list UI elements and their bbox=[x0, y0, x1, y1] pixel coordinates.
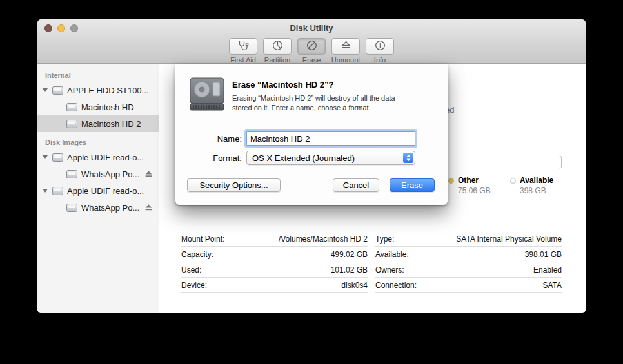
erase-button-bezel[interactable] bbox=[297, 38, 326, 55]
info-row-device: Device: disk0s4 bbox=[181, 277, 368, 293]
info-label: Mount Point: bbox=[181, 235, 224, 244]
info-value: Enabled bbox=[533, 265, 562, 274]
zoom-button[interactable] bbox=[70, 24, 78, 32]
info-value: 398.01 GB bbox=[525, 250, 562, 259]
info-label: Info bbox=[374, 56, 386, 64]
info-button[interactable]: Info bbox=[366, 38, 394, 64]
internal-drive-icon bbox=[52, 86, 63, 95]
volume-icon bbox=[66, 170, 77, 178]
sidebar: Internal APPLE HDD ST100... Macintosh HD… bbox=[37, 64, 159, 313]
volume-icon bbox=[66, 120, 77, 128]
info-label: Capacity: bbox=[181, 250, 213, 259]
sidebar-item-macintosh-hd-2[interactable]: Macintosh HD 2 bbox=[37, 115, 159, 132]
disclosure-triangle-icon[interactable] bbox=[43, 155, 48, 159]
dialog-message: Erasing “Macintosh HD 2” will destroy of… bbox=[232, 93, 395, 113]
unmount-button-bezel[interactable] bbox=[331, 38, 360, 55]
legend-name: Available bbox=[520, 176, 553, 185]
format-select[interactable]: OS X Extended (Journaled) bbox=[246, 151, 415, 165]
first-aid-button[interactable]: First Aid bbox=[229, 38, 257, 64]
info-label: Connection: bbox=[375, 281, 417, 290]
info-label: Device: bbox=[181, 281, 207, 290]
sidebar-item-whatsapp-1[interactable]: WhatsApp Po... bbox=[37, 166, 159, 182]
erase-disk-icon bbox=[306, 40, 317, 53]
info-row-mount-point: Mount Point: /Volumes/Macintosh HD 2 bbox=[181, 231, 368, 246]
dialog-message-line-2: stored on it. Enter a name, choose a for… bbox=[232, 103, 395, 113]
format-selected-value: OS X Extended (Journaled) bbox=[247, 153, 403, 163]
info-circle-icon bbox=[375, 40, 386, 53]
minimize-button[interactable] bbox=[57, 24, 65, 32]
info-value: SATA Internal Physical Volume bbox=[456, 235, 562, 244]
info-column-right: Type: SATA Internal Physical Volume Avai… bbox=[375, 231, 562, 293]
info-row-owners: Owners: Enabled bbox=[375, 262, 562, 277]
legend-available: Available 398 GB bbox=[510, 175, 553, 196]
first-aid-button-bezel[interactable] bbox=[229, 38, 257, 55]
disk-image-icon bbox=[52, 187, 63, 195]
erase-confirm-button[interactable]: Erase bbox=[390, 178, 435, 192]
info-value: 499.02 GB bbox=[331, 250, 368, 259]
legend-dot-other bbox=[448, 178, 454, 184]
legend-size: 75.06 GB bbox=[448, 186, 491, 196]
name-input[interactable] bbox=[246, 131, 415, 146]
info-row-available: Available: 398.01 GB bbox=[375, 246, 562, 262]
legend-size: 398 GB bbox=[510, 186, 553, 196]
eject-icon[interactable] bbox=[145, 171, 152, 177]
traffic-lights bbox=[44, 24, 78, 32]
sidebar-item-label: Macintosh HD 2 bbox=[81, 119, 141, 129]
eject-icon bbox=[341, 41, 351, 52]
info-column-left: Mount Point: /Volumes/Macintosh HD 2 Cap… bbox=[181, 231, 368, 293]
info-value: disk0s4 bbox=[341, 281, 368, 290]
disk-image-icon bbox=[52, 153, 63, 162]
disclosure-triangle-icon[interactable] bbox=[43, 88, 48, 92]
info-value: 101.02 GB bbox=[331, 265, 368, 274]
info-row-type: Type: SATA Internal Physical Volume bbox=[375, 231, 562, 246]
cancel-button[interactable]: Cancel bbox=[333, 178, 379, 192]
format-label: Format: bbox=[175, 153, 242, 163]
sidebar-section-disk-images: Disk Images bbox=[37, 136, 159, 149]
close-button[interactable] bbox=[44, 24, 52, 32]
disclosure-triangle-icon[interactable] bbox=[43, 189, 48, 193]
info-row-used: Used: 101.02 GB bbox=[181, 262, 368, 277]
security-options-button[interactable]: Security Options... bbox=[187, 178, 281, 192]
sidebar-item-label: Apple UDIF read-o... bbox=[67, 153, 144, 162]
legend-name: Other bbox=[458, 176, 479, 185]
partition-button-bezel[interactable] bbox=[263, 38, 292, 55]
partition-label: Partition bbox=[264, 56, 290, 64]
sidebar-item-apple-udif-2[interactable]: Apple UDIF read-o... bbox=[37, 182, 159, 199]
title-bar: Disk Utility bbox=[37, 19, 586, 37]
eject-icon[interactable] bbox=[145, 204, 152, 211]
sidebar-item-macintosh-hd[interactable]: Macintosh HD bbox=[37, 99, 159, 115]
info-row-capacity: Capacity: 499.02 GB bbox=[181, 246, 368, 262]
first-aid-label: First Aid bbox=[230, 56, 256, 64]
sidebar-item-apple-hdd[interactable]: APPLE HDD ST100... bbox=[37, 82, 159, 99]
info-value: SATA bbox=[542, 281, 562, 290]
info-label: Available: bbox=[375, 250, 409, 259]
disk-utility-window: Disk Utility First Aid bbox=[37, 19, 586, 313]
name-label: Name: bbox=[175, 134, 242, 144]
volume-icon bbox=[66, 103, 77, 111]
info-label: Used: bbox=[181, 265, 201, 274]
erase-dialog: Erase “Macintosh HD 2”? Erasing “Macinto… bbox=[175, 64, 448, 205]
sidebar-item-label: Apple UDIF read-o... bbox=[67, 186, 144, 196]
info-value: /Volumes/Macintosh HD 2 bbox=[279, 235, 368, 244]
unmount-label: Unmount bbox=[331, 56, 361, 64]
info-table: Mount Point: /Volumes/Macintosh HD 2 Cap… bbox=[181, 231, 562, 293]
unmount-button[interactable]: Unmount bbox=[331, 38, 360, 64]
erase-label: Erase bbox=[302, 56, 321, 64]
sidebar-item-label: WhatsApp Po... bbox=[81, 203, 139, 213]
partition-pie-icon bbox=[272, 40, 283, 53]
popup-arrows-icon bbox=[403, 153, 413, 163]
info-label: Type: bbox=[375, 235, 394, 244]
sidebar-item-label: WhatsApp Po... bbox=[81, 169, 139, 179]
sidebar-item-whatsapp-2[interactable]: WhatsApp Po... bbox=[37, 199, 159, 216]
erase-toolbar-button[interactable]: Erase bbox=[297, 38, 326, 64]
info-button-bezel[interactable] bbox=[366, 38, 394, 55]
info-row-connection: Connection: SATA bbox=[375, 277, 562, 293]
toolbar: First Aid Partition bbox=[37, 38, 586, 64]
partition-button[interactable]: Partition bbox=[263, 38, 292, 64]
stethoscope-icon bbox=[237, 40, 250, 53]
hard-drive-icon bbox=[188, 75, 226, 116]
sidebar-item-apple-udif-1[interactable]: Apple UDIF read-o... bbox=[37, 149, 159, 166]
sidebar-item-label: APPLE HDD ST100... bbox=[67, 86, 148, 95]
window-chrome: Disk Utility First Aid bbox=[37, 19, 586, 64]
sidebar-section-internal: Internal bbox=[37, 69, 159, 82]
